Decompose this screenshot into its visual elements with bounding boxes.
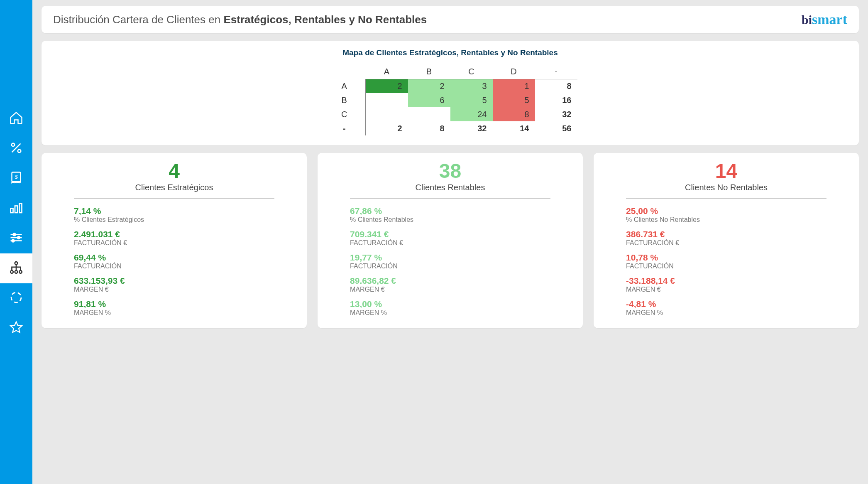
matrix-row-header: C <box>323 107 366 121</box>
svg-point-13 <box>12 240 15 242</box>
sidebar-item-hierarchy[interactable] <box>0 253 32 283</box>
matrix-corner <box>323 65 366 79</box>
svg-rect-7 <box>20 204 22 213</box>
matrix-table: ABCD- A22318B65516C24832-28321456 <box>323 65 577 135</box>
kpi-card: 4Clientes Estratégicos7,14 %% Clientes E… <box>42 153 307 328</box>
sidebar-item-receipt[interactable]: $ <box>0 164 32 194</box>
matrix-cell: 2 <box>366 79 408 93</box>
metric-value: 386.731 € <box>626 229 826 239</box>
metric-label: FACTURACIÓN € <box>74 239 274 247</box>
matrix-cell: 8 <box>535 79 577 93</box>
matrix-cell: 56 <box>535 121 577 135</box>
kpi-number: 14 <box>715 161 737 181</box>
kpi-label: Clientes No Rentables <box>685 183 768 192</box>
matrix-cell: 32 <box>450 121 493 135</box>
matrix-cell: 8 <box>493 107 535 121</box>
svg-line-0 <box>12 144 21 152</box>
kpi-row: 4Clientes Estratégicos7,14 %% Clientes E… <box>42 153 859 328</box>
metric-label: % Clientes Rentables <box>350 216 550 224</box>
metric-label: FACTURACIÓN € <box>626 239 826 247</box>
metric-label: FACTURACIÓN <box>74 263 274 270</box>
bar-chart-icon <box>9 200 24 217</box>
matrix-col-header: - <box>535 65 577 79</box>
percent-icon <box>9 140 24 157</box>
metric-label: FACTURACIÓN € <box>350 239 550 247</box>
kpi-metric: 25,00 %% Clientes No Rentables <box>626 206 826 224</box>
metric-label: MARGEN € <box>74 286 274 293</box>
svg-point-11 <box>17 236 20 239</box>
matrix-col-header: B <box>408 65 450 79</box>
svg-rect-6 <box>15 206 17 213</box>
metric-value: 10,78 % <box>626 253 826 263</box>
kpi-metric: 633.153,93 €MARGEN € <box>74 276 274 293</box>
matrix-col-header: A <box>366 65 408 79</box>
kpi-metric: -33.188,14 €MARGEN € <box>626 276 826 293</box>
home-icon <box>9 111 24 127</box>
metric-value: 91,81 % <box>74 299 274 309</box>
sidebar-item-star[interactable] <box>0 313 32 343</box>
matrix-cell: 2 <box>408 79 450 93</box>
metric-label: % Clientes No Rentables <box>626 216 826 224</box>
sidebar-item-percent[interactable] <box>0 134 32 164</box>
header-card: Distribución Cartera de Clientes en Estr… <box>42 6 859 33</box>
sidebar: $ <box>0 0 32 484</box>
sidebar-item-chart[interactable] <box>0 194 32 224</box>
kpi-label: Clientes Rentables <box>416 183 485 192</box>
svg-rect-5 <box>11 209 13 213</box>
metric-label: FACTURACIÓN <box>626 263 826 270</box>
svg-point-17 <box>19 270 22 273</box>
metric-value: 67,86 % <box>350 206 550 216</box>
metric-value: 13,00 % <box>350 299 550 309</box>
sidebar-item-home[interactable] <box>0 104 32 134</box>
page-title-bold: Estratégicos, Rentables y No Rentables <box>223 13 427 26</box>
metric-label: MARGEN % <box>626 309 826 317</box>
receipt-icon: $ <box>9 170 24 187</box>
metric-value: -4,81 % <box>626 299 826 309</box>
svg-point-1 <box>12 143 15 147</box>
metric-label: MARGEN € <box>626 286 826 293</box>
matrix-cell: 32 <box>535 107 577 121</box>
kpi-divider <box>74 198 274 199</box>
matrix-cell: 5 <box>450 93 493 107</box>
metric-value: 69,44 % <box>74 253 274 263</box>
matrix-title: Mapa de Clientes Estratégicos, Rentables… <box>50 48 851 57</box>
metric-value: 7,14 % <box>74 206 274 216</box>
metric-label: % Clientes Estratégicos <box>74 216 274 224</box>
brand-logo: bismart <box>802 12 847 27</box>
svg-point-2 <box>18 150 21 153</box>
logo-smart: smart <box>812 12 847 27</box>
matrix-row-header: - <box>323 121 366 135</box>
progress-icon <box>9 290 24 307</box>
matrix-cell: 14 <box>493 121 535 135</box>
metric-label: MARGEN % <box>350 309 550 317</box>
matrix-cell: 24 <box>450 107 493 121</box>
kpi-card: 14Clientes No Rentables25,00 %% Clientes… <box>594 153 859 328</box>
matrix-cell: 3 <box>450 79 493 93</box>
svg-point-16 <box>15 270 18 273</box>
sidebar-item-progress[interactable] <box>0 283 32 313</box>
sliders-icon <box>9 230 24 247</box>
svg-point-15 <box>10 270 13 273</box>
svg-point-18 <box>11 292 21 302</box>
metric-label: MARGEN % <box>74 309 274 317</box>
matrix-card: Mapa de Clientes Estratégicos, Rentables… <box>42 41 859 145</box>
metric-value: 709.341 € <box>350 229 550 239</box>
kpi-metric: 19,77 %FACTURACIÓN <box>350 253 550 270</box>
logo-bi: bi <box>802 13 812 27</box>
kpi-metric: 13,00 %MARGEN % <box>350 299 550 317</box>
kpi-card: 38Clientes Rentables67,86 %% Clientes Re… <box>318 153 583 328</box>
kpi-metric: 69,44 %FACTURACIÓN <box>74 253 274 270</box>
kpi-divider <box>350 198 550 199</box>
metric-value: 2.491.031 € <box>74 229 274 239</box>
matrix-cell: 6 <box>408 93 450 107</box>
metric-value: 25,00 % <box>626 206 826 216</box>
matrix-cell: 8 <box>408 121 450 135</box>
metric-label: FACTURACIÓN <box>350 263 550 270</box>
kpi-metric: 7,14 %% Clientes Estratégicos <box>74 206 274 224</box>
matrix-cell: 2 <box>366 121 408 135</box>
sidebar-item-sliders[interactable] <box>0 224 32 253</box>
kpi-metric: 709.341 €FACTURACIÓN € <box>350 229 550 247</box>
metric-value: 633.153,93 € <box>74 276 274 286</box>
matrix-cell <box>408 107 450 121</box>
svg-text:$: $ <box>15 174 18 180</box>
